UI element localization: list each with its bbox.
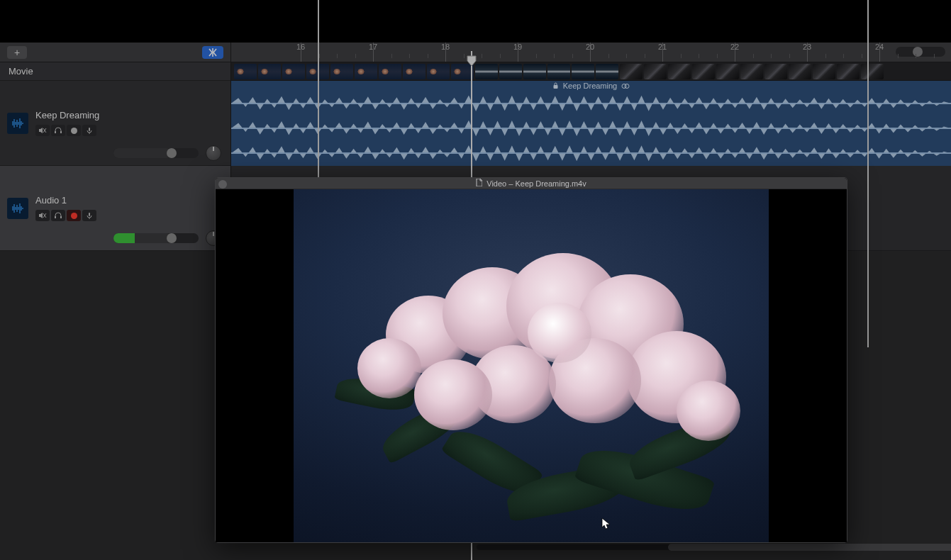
ruler-tick-label: 21 <box>658 43 667 51</box>
movie-thumbnail[interactable] <box>692 64 715 79</box>
monitor-button[interactable] <box>51 125 65 136</box>
record-enable-button[interactable] <box>67 125 81 136</box>
movie-thumbnail[interactable] <box>427 64 450 79</box>
movie-thumbnail[interactable] <box>668 64 691 79</box>
movie-thumbnail[interactable] <box>596 64 618 79</box>
track-row-keep-dreaming[interactable]: Keep Dreaming <box>0 81 230 166</box>
playhead-handle[interactable] <box>467 55 477 67</box>
ruler-tick-minor <box>337 54 338 58</box>
movie-thumbnail[interactable] <box>523 64 546 79</box>
ruler-tick-label: 24 <box>875 43 884 51</box>
track-row-audio-1[interactable]: Audio 1 <box>0 166 230 251</box>
movie-preview-window[interactable]: Video – Keep Dreaming.m4v <box>215 177 847 543</box>
movie-section-header[interactable]: Movie <box>0 62 230 81</box>
tracklist-header: + <box>0 43 230 62</box>
audio-track-lane[interactable]: Keep Dreaming <box>231 81 951 166</box>
track-body: Audio 1 <box>35 195 230 221</box>
ruler-tick-label: 16 <box>296 43 305 51</box>
ruler-tick-minor <box>717 54 718 58</box>
track-body: Keep Dreaming <box>35 110 230 136</box>
catch-playhead-button[interactable] <box>202 46 223 59</box>
ruler-tick-minor <box>536 54 537 58</box>
ruler-tick-minor <box>771 54 772 58</box>
ruler-tick-label: 17 <box>369 43 377 51</box>
movie-window-title: Video – Keep Dreaming.m4v <box>486 179 586 188</box>
audio-clip-keep-dreaming[interactable]: Keep Dreaming <box>231 81 951 166</box>
movie-thumbnail[interactable] <box>861 64 884 79</box>
pan-knob[interactable] <box>206 145 221 161</box>
ruler-tick-minor <box>843 54 844 58</box>
video-frame-image <box>294 189 769 542</box>
movie-thumbnail[interactable] <box>403 64 426 79</box>
movie-thumbnail[interactable] <box>716 64 739 79</box>
movie-thumbnail[interactable] <box>234 64 257 79</box>
movie-thumbnail[interactable] <box>572 64 594 79</box>
speaker-mute-icon <box>38 212 47 219</box>
ruler-tick-minor <box>699 54 699 58</box>
track-buttons <box>35 125 230 136</box>
volume-slider[interactable] <box>113 233 199 243</box>
record-dot-icon <box>71 128 77 134</box>
movie-thumbnail[interactable] <box>789 64 811 79</box>
input-monitor-button[interactable] <box>82 125 96 136</box>
ruler-tick-label: 20 <box>586 43 594 51</box>
ruler-tick-minor <box>319 54 320 58</box>
movie-thumbnail[interactable] <box>813 64 835 79</box>
movie-thumbnail[interactable] <box>620 64 643 79</box>
cursor-icon <box>601 517 611 530</box>
headphones-icon <box>54 127 62 134</box>
clip-name-label: Keep Dreaming <box>563 82 617 90</box>
catch-playhead-icon <box>207 48 218 57</box>
ruler-tick-minor <box>608 54 609 58</box>
movie-thumbnail[interactable] <box>475 64 498 79</box>
ruler-tick-label: 18 <box>441 43 450 51</box>
movie-thumbnail[interactable] <box>282 64 305 79</box>
zoom-thumb[interactable] <box>913 47 923 57</box>
volume-slider[interactable] <box>113 148 199 158</box>
zoom-slider[interactable] <box>896 47 945 57</box>
ruler-tick-minor <box>409 54 410 58</box>
track-buttons <box>35 210 230 221</box>
movie-thumbnail[interactable] <box>499 64 522 79</box>
movie-thumbnail[interactable] <box>740 64 763 79</box>
movie-thumbnail[interactable] <box>379 64 401 79</box>
movie-thumbnail[interactable] <box>547 64 570 79</box>
ruler-tick-label: 23 <box>803 43 811 51</box>
ruler-tick-label: 22 <box>730 43 739 51</box>
ruler-tick-minor <box>681 54 682 58</box>
mute-button[interactable] <box>35 125 50 136</box>
svg-rect-30 <box>60 216 62 218</box>
monitor-button[interactable] <box>51 210 65 221</box>
ruler-tick-minor <box>626 54 627 58</box>
close-button[interactable] <box>218 180 227 189</box>
movie-thumbnail[interactable] <box>330 64 353 79</box>
movie-thumbnail[interactable] <box>306 64 329 79</box>
record-enable-button[interactable] <box>67 210 81 221</box>
speaker-mute-icon <box>38 127 47 134</box>
movie-thumbnail-lane[interactable] <box>231 62 951 81</box>
movie-thumbnail[interactable] <box>764 64 787 79</box>
add-track-button[interactable]: + <box>7 46 27 59</box>
mic-icon <box>85 127 94 134</box>
svg-rect-14 <box>60 131 62 133</box>
input-monitor-button[interactable] <box>82 210 96 221</box>
loop-icon <box>621 83 630 89</box>
movie-thumbnail[interactable] <box>355 64 377 79</box>
horizontal-scrollbar[interactable] <box>462 542 951 553</box>
ruler-tick-label: 19 <box>513 43 522 51</box>
track-name-label: Audio 1 <box>35 195 230 206</box>
tracklist-empty-area <box>0 251 231 560</box>
movie-thumbnail[interactable] <box>837 64 860 79</box>
mute-button[interactable] <box>35 210 50 221</box>
time-ruler[interactable]: 161718192021222324 <box>231 43 951 62</box>
top-black-bar <box>0 0 951 43</box>
movie-thumbnail[interactable] <box>258 64 281 79</box>
track-list-panel: + Movie <box>0 43 231 560</box>
hscroll-thumb[interactable] <box>668 544 951 551</box>
ruler-tick-minor <box>645 54 645 58</box>
movie-thumbnail[interactable] <box>644 64 667 79</box>
ruler-tick-minor <box>789 54 790 58</box>
movie-window-titlebar[interactable]: Video – Keep Dreaming.m4v <box>216 178 847 189</box>
ruler-tick-minor <box>934 54 935 58</box>
headphones-icon <box>54 212 62 219</box>
